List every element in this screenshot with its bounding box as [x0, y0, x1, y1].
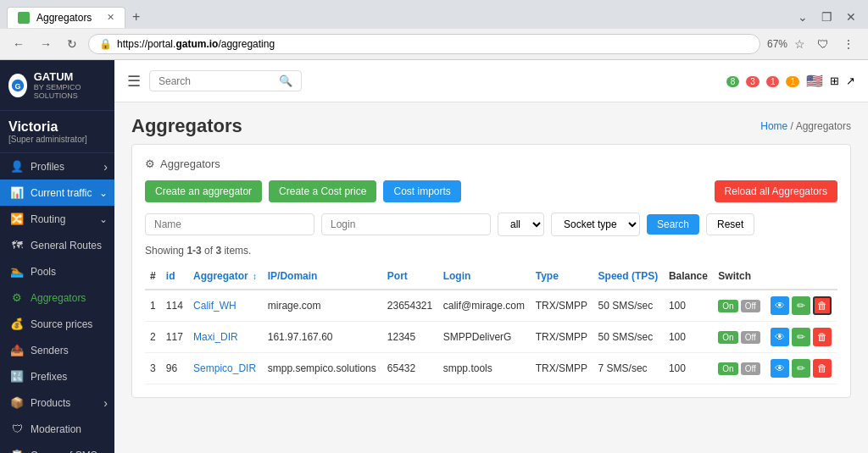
- sidebar-item-moderation[interactable]: 🛡 Moderation: [0, 416, 114, 442]
- row2-switch-off[interactable]: Off: [741, 331, 760, 344]
- sidebar-item-aggregators[interactable]: ⚙ Aggregators: [0, 285, 114, 311]
- row1-aggregator: Calif_WH: [188, 290, 263, 322]
- minimize-btn[interactable]: ⌄: [793, 8, 813, 25]
- sidebar-item-current-traffic[interactable]: 📊 Current traffic: [0, 180, 114, 206]
- reset-btn[interactable]: Reset: [706, 213, 754, 235]
- browser-actions: 🛡 ⋮: [812, 36, 860, 52]
- table-row: 2 117 Maxi_DIR 161.97.167.60 12345 SMPPD…: [145, 322, 837, 353]
- card-header-label: Aggregators: [160, 157, 220, 170]
- messages-badge: 8: [726, 76, 740, 87]
- sidebar-item-source-prices[interactable]: 💰 Source prices: [0, 311, 114, 337]
- row2-switch: On Off: [713, 322, 765, 353]
- forward-btn[interactable]: →: [36, 36, 56, 52]
- new-tab-btn[interactable]: +: [125, 5, 147, 29]
- url-bar[interactable]: 🔒 https://portal.gatum.io/aggregating: [88, 34, 760, 54]
- search-box[interactable]: 🔍: [149, 70, 302, 91]
- menu-btn[interactable]: ⋮: [837, 36, 860, 52]
- search-input[interactable]: [159, 75, 274, 87]
- action-row: Create an aggregator Create a Cost price…: [145, 180, 837, 202]
- sidebar-item-general-routes[interactable]: 🗺 General Routes: [0, 232, 114, 258]
- row1-edit-btn[interactable]: ✏: [792, 296, 810, 315]
- row1-delete-btn[interactable]: 🗑: [813, 296, 832, 315]
- chat-badge-btn[interactable]: 3: [746, 75, 760, 87]
- row3-action-icons: 👁 ✏ 🗑: [771, 359, 832, 378]
- back-btn[interactable]: ←: [8, 36, 29, 52]
- app-layout: G GATUM BY SEMPICO SOLUTIONS Victoria [S…: [0, 60, 868, 453]
- sidebar-label-prefixes: Prefixes: [31, 371, 67, 383]
- users-badge-btn[interactable]: 1: [766, 75, 780, 87]
- aggregators-icon: ⚙: [10, 291, 24, 304]
- row2-balance: 100: [664, 322, 713, 353]
- row1-ip: mirage.com: [263, 290, 382, 322]
- breadcrumb-home[interactable]: Home: [760, 120, 787, 132]
- card-header-icon: ⚙: [145, 157, 155, 170]
- type-filter[interactable]: all: [498, 213, 544, 236]
- row1-switch-cell: On Off: [718, 300, 760, 312]
- general-routes-icon: 🗺: [10, 239, 24, 251]
- tab-favicon: [18, 12, 30, 24]
- row3-switch-on[interactable]: On: [718, 362, 737, 375]
- language-flag[interactable]: 🇺🇸: [806, 73, 823, 89]
- name-filter[interactable]: [145, 213, 314, 235]
- row2-id: 117: [161, 322, 188, 353]
- page-header: Aggregators Home / Aggregators: [131, 115, 851, 137]
- cost-imports-btn[interactable]: Cost imports: [383, 180, 460, 202]
- row2-switch-on[interactable]: On: [718, 331, 737, 344]
- showing-text: Showing 1-3 of 3 items.: [145, 245, 837, 257]
- row3-switch-off[interactable]: Off: [741, 362, 760, 375]
- reload-all-btn[interactable]: Reload all Aggregators: [715, 180, 837, 202]
- socket-type-filter[interactable]: Socket type: [551, 213, 640, 236]
- sidebar-item-queue-sms[interactable]: 📋 Queue of SMS: [0, 442, 114, 453]
- row2-login: SMPPDeliverG: [438, 322, 531, 353]
- profiles-icon: 👤: [10, 160, 24, 173]
- col-aggregator[interactable]: Aggregator ↕: [188, 263, 263, 290]
- create-cost-price-btn[interactable]: Create a Cost price: [269, 180, 376, 202]
- row2-edit-btn[interactable]: ✏: [792, 328, 810, 346]
- extensions-btn[interactable]: 🛡: [812, 36, 834, 52]
- row1-view-btn[interactable]: 👁: [771, 296, 789, 315]
- search-btn[interactable]: Search: [647, 214, 699, 235]
- sidebar-logo: G GATUM BY SEMPICO SOLUTIONS: [0, 60, 114, 111]
- row3-view-btn[interactable]: 👁: [771, 359, 789, 378]
- row2-delete-btn[interactable]: 🗑: [813, 328, 832, 346]
- sidebar-item-routing[interactable]: 🔀 Routing: [0, 206, 114, 232]
- row3-edit-btn[interactable]: ✏: [792, 359, 810, 378]
- bookmark-icon[interactable]: ☆: [794, 37, 805, 51]
- tab-close-btn[interactable]: ✕: [107, 12, 114, 23]
- row1-switch-on[interactable]: On: [718, 300, 737, 312]
- col-login: Login: [438, 263, 531, 290]
- row1-switch-off[interactable]: Off: [741, 300, 760, 312]
- close-window-btn[interactable]: ✕: [841, 8, 861, 25]
- create-aggregator-btn[interactable]: Create an aggregator: [145, 180, 262, 202]
- sidebar-label-profiles: Profiles: [31, 161, 64, 173]
- sidebar-item-prefixes[interactable]: 🔣 Prefixes: [0, 363, 114, 389]
- sidebar-item-profiles[interactable]: 👤 Profiles: [0, 153, 114, 180]
- logo-text: GATUM BY SEMPICO SOLUTIONS: [34, 70, 106, 100]
- zoom-level: 67%: [767, 38, 787, 50]
- sidebar-label-senders: Senders: [31, 345, 69, 356]
- row3-delete-btn[interactable]: 🗑: [813, 359, 832, 378]
- table-body: 1 114 Calif_WH mirage.com 23654321 calif…: [145, 290, 837, 384]
- row2-switch-cell: On Off: [718, 331, 760, 344]
- sidebar-item-products[interactable]: 📦 Products: [0, 389, 114, 416]
- logout-btn[interactable]: ↗: [846, 75, 855, 87]
- sidebar-item-senders[interactable]: 📤 Senders: [0, 337, 114, 363]
- tab-label: Aggregators: [36, 12, 92, 24]
- reload-btn[interactable]: ↻: [63, 36, 81, 52]
- row3-num: 3: [145, 353, 161, 384]
- hamburger-btn[interactable]: ☰: [127, 72, 141, 91]
- prefixes-icon: 🔣: [10, 370, 24, 383]
- grid-btn[interactable]: ⊞: [830, 75, 839, 87]
- row3-switch-cell: On Off: [718, 362, 760, 375]
- sidebar-item-pools[interactable]: 🏊 Pools: [0, 258, 114, 285]
- notif-badge-btn[interactable]: 1: [786, 75, 799, 87]
- row1-id: 114: [161, 290, 188, 322]
- maximize-btn[interactable]: ❐: [816, 8, 837, 25]
- row3-ip: smpp.sempico.solutions: [263, 353, 382, 384]
- source-prices-icon: 💰: [10, 318, 24, 330]
- row2-view-btn[interactable]: 👁: [771, 328, 789, 346]
- row2-speed: 50 SMS/sec: [593, 322, 664, 353]
- active-tab[interactable]: Aggregators ✕: [7, 7, 125, 28]
- login-filter[interactable]: [321, 213, 491, 235]
- messages-badge-btn[interactable]: 8: [726, 75, 740, 87]
